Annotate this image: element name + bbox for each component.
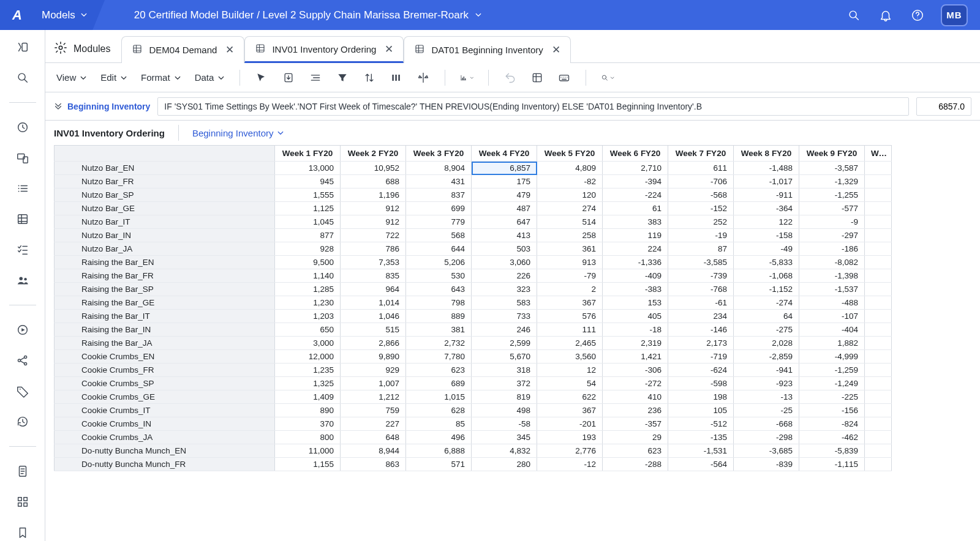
data-cell[interactable]: 3,060 — [472, 256, 537, 269]
data-cell[interactable]: 345 — [472, 431, 537, 444]
data-cell[interactable]: -19 — [668, 229, 734, 242]
data-cell[interactable] — [865, 229, 892, 242]
data-cell[interactable]: 1,014 — [341, 296, 406, 310]
table-row[interactable]: Nutzo Bar_IN877722568413258119-19-158-29… — [55, 229, 892, 242]
data-cell[interactable]: -706 — [668, 175, 734, 188]
data-cell[interactable]: -275 — [734, 323, 799, 337]
data-cell[interactable]: 837 — [406, 188, 472, 202]
data-cell[interactable]: 367 — [537, 404, 603, 417]
data-cell[interactable]: -394 — [603, 175, 668, 188]
tab-inv01-inventory-ordering[interactable]: INV01 Inventory Ordering✕ — [244, 36, 404, 63]
data-cell[interactable]: -3,685 — [734, 444, 799, 458]
data-cell[interactable]: -1,152 — [734, 283, 799, 296]
zoom-icon[interactable] — [601, 71, 614, 84]
data-cell[interactable]: 1,212 — [341, 390, 406, 404]
table-row[interactable]: Cookie Crumbs_IN37022785-58-201-357-512-… — [55, 417, 892, 431]
data-cell[interactable] — [865, 431, 892, 444]
row-header[interactable]: Nutzo Bar_GE — [55, 202, 275, 215]
data-cell[interactable]: -13 — [734, 390, 799, 404]
data-cell[interactable]: 863 — [341, 458, 406, 471]
data-cell[interactable]: 11,000 — [275, 444, 341, 458]
data-cell[interactable]: 12,000 — [275, 350, 341, 364]
table-row[interactable]: Raising the Bar_SP1,2859646433232-383-76… — [55, 283, 892, 296]
data-cell[interactable]: 252 — [668, 215, 734, 229]
data-cell[interactable]: -624 — [668, 364, 734, 377]
row-header[interactable]: Nutzo Bar_IT — [55, 215, 275, 229]
data-cell[interactable]: -739 — [668, 269, 734, 283]
row-header[interactable]: Raising the Bar_SP — [55, 283, 275, 296]
data-cell[interactable]: 628 — [406, 404, 472, 417]
grid-icon[interactable] — [14, 211, 31, 228]
list-icon[interactable] — [14, 180, 31, 197]
data-cell[interactable]: -1,259 — [799, 364, 865, 377]
row-header[interactable]: Do-nutty Buncha Munch_EN — [55, 444, 275, 458]
data-cell[interactable] — [865, 296, 892, 310]
data-cell[interactable]: 2,173 — [668, 337, 734, 350]
data-cell[interactable]: -58 — [472, 417, 537, 431]
data-cell[interactable]: 1,015 — [406, 390, 472, 404]
data-cell[interactable]: 1,230 — [275, 296, 341, 310]
data-cell[interactable]: -577 — [799, 202, 865, 215]
tab-dat01-beginning-inventory[interactable]: DAT01 Beginning Inventory✕ — [404, 36, 570, 63]
data-cell[interactable]: 105 — [668, 404, 734, 417]
data-cell[interactable]: 119 — [603, 229, 668, 242]
column-header[interactable]: Week 8 FY20 — [734, 146, 799, 162]
data-cell[interactable]: 648 — [341, 431, 406, 444]
data-cell[interactable]: -79 — [537, 269, 603, 283]
data-cell[interactable]: 2,732 — [406, 337, 472, 350]
data-cell[interactable]: -225 — [799, 390, 865, 404]
data-cell[interactable]: 479 — [472, 188, 537, 202]
data-cell[interactable]: 1,409 — [275, 390, 341, 404]
data-cell[interactable]: 29 — [603, 431, 668, 444]
copy-down-icon[interactable] — [282, 71, 295, 84]
data-cell[interactable] — [865, 202, 892, 215]
data-cell[interactable]: 929 — [341, 364, 406, 377]
lineitem-name[interactable]: Beginning Inventory — [67, 102, 150, 111]
data-cell[interactable]: 3,560 — [537, 350, 603, 364]
data-cell[interactable]: -512 — [668, 417, 734, 431]
row-header[interactable]: Do-nutty Buncha Munch_FR — [55, 458, 275, 471]
data-cell[interactable]: -409 — [603, 269, 668, 283]
data-cell[interactable]: 890 — [275, 404, 341, 417]
data-cell[interactable]: -1,398 — [799, 269, 865, 283]
data-cell[interactable]: -146 — [668, 323, 734, 337]
data-cell[interactable]: 2,028 — [734, 337, 799, 350]
row-header[interactable]: Raising the Bar_FR — [55, 269, 275, 283]
data-cell[interactable]: -107 — [799, 310, 865, 323]
data-cell[interactable]: 226 — [472, 269, 537, 283]
row-header[interactable]: Cookie Crumbs_IN — [55, 417, 275, 431]
data-cell[interactable]: 722 — [341, 229, 406, 242]
row-header[interactable]: Raising the Bar_EN — [55, 256, 275, 269]
bell-icon[interactable] — [877, 7, 894, 24]
data-cell[interactable]: 8,904 — [406, 162, 472, 175]
data-cell[interactable]: 912 — [341, 202, 406, 215]
data-cell[interactable]: 530 — [406, 269, 472, 283]
select-tool-icon[interactable] — [255, 71, 268, 84]
data-cell[interactable] — [865, 310, 892, 323]
data-cell[interactable]: -135 — [668, 431, 734, 444]
data-cell[interactable] — [865, 377, 892, 390]
data-cell[interactable]: -49 — [734, 242, 799, 256]
data-cell[interactable]: -3,587 — [799, 162, 865, 175]
data-cell[interactable]: 1,421 — [603, 350, 668, 364]
data-cell[interactable]: 9,500 — [275, 256, 341, 269]
data-cell[interactable]: -364 — [734, 202, 799, 215]
data-cell[interactable]: -839 — [734, 458, 799, 471]
data-cell[interactable]: -12 — [537, 458, 603, 471]
table-row[interactable]: Raising the Bar_IN650515381246111-18-146… — [55, 323, 892, 337]
data-cell[interactable]: -272 — [603, 377, 668, 390]
data-cell[interactable]: -598 — [668, 377, 734, 390]
data-cell[interactable]: 2,776 — [537, 444, 603, 458]
table-row[interactable]: Raising the Bar_EN9,5007,3535,2063,06091… — [55, 256, 892, 269]
data-cell[interactable]: 1,555 — [275, 188, 341, 202]
column-header[interactable]: Week 5 FY20 — [537, 146, 603, 162]
data-cell[interactable]: 1,155 — [275, 458, 341, 471]
close-icon[interactable]: ✕ — [382, 43, 393, 56]
data-cell[interactable]: 643 — [406, 283, 472, 296]
data-cell[interactable]: 122 — [734, 215, 799, 229]
avatar[interactable]: MB — [941, 4, 968, 26]
data-cell[interactable]: 819 — [472, 390, 537, 404]
data-cell[interactable] — [865, 175, 892, 188]
data-cell[interactable]: -1,537 — [799, 283, 865, 296]
data-cell[interactable]: 9,890 — [341, 350, 406, 364]
